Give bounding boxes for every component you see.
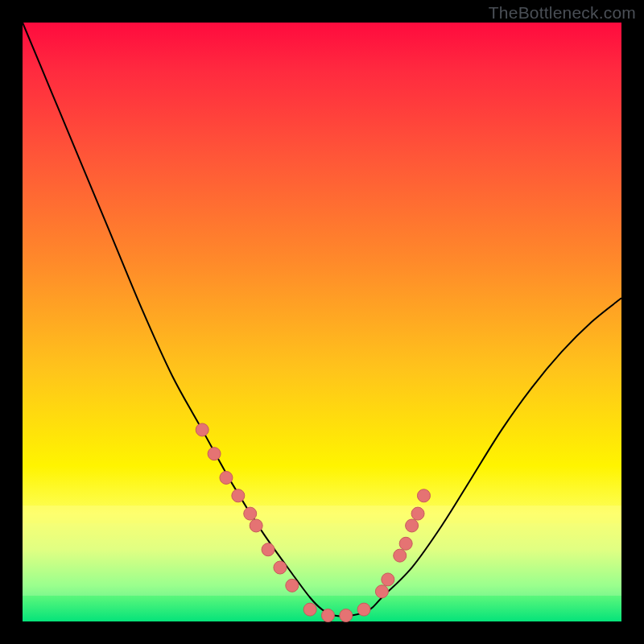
marker-group (196, 423, 430, 622)
data-point-marker (375, 585, 388, 598)
chart-frame: TheBottleneck.com (0, 0, 644, 644)
data-point-marker (382, 573, 394, 586)
data-point-marker (411, 507, 424, 520)
data-point-marker (262, 543, 275, 556)
data-point-marker (303, 603, 316, 616)
data-point-marker (399, 537, 412, 550)
plot-area (23, 23, 621, 621)
bottleneck-curve-path (23, 23, 621, 616)
data-point-marker (208, 448, 221, 460)
data-point-marker (340, 609, 353, 622)
data-point-marker (220, 471, 233, 484)
data-point-marker (286, 579, 299, 592)
data-point-marker (357, 603, 370, 616)
data-point-marker (394, 549, 407, 562)
data-point-marker (406, 519, 419, 532)
chart-svg (23, 23, 621, 621)
data-point-marker (274, 561, 287, 574)
attribution-text: TheBottleneck.com (489, 3, 636, 23)
data-point-marker (321, 609, 334, 622)
data-point-marker (232, 489, 245, 502)
data-point-marker (417, 489, 430, 502)
data-point-marker (196, 423, 208, 436)
data-point-marker (244, 507, 257, 520)
data-point-marker (250, 519, 262, 532)
